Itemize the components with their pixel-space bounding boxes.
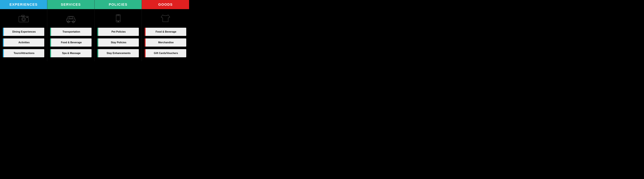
svg-point-4 xyxy=(27,17,28,18)
item-label: Stay Policies xyxy=(98,39,139,46)
list-item[interactable]: Pet Policies xyxy=(98,28,139,36)
item-label: Merchandise xyxy=(146,39,186,46)
item-label: Dining Experiences xyxy=(4,28,44,35)
list-item[interactable]: Spa & Massage xyxy=(50,49,92,57)
column-services: SERVICES TransportationFood & BeverageSp… xyxy=(47,0,94,61)
icon-shirt xyxy=(142,9,189,26)
header-services: SERVICES xyxy=(47,0,94,9)
items-list-goods: Food & BeverageMerchandiseGift Cards/Vou… xyxy=(142,26,189,61)
items-list-experiences: Dining ExperiencesActivitiesTours/Attrac… xyxy=(0,26,47,61)
header-experiences: EXPERIENCES xyxy=(0,0,47,9)
svg-point-6 xyxy=(68,21,69,23)
list-item[interactable]: Stay Policies xyxy=(98,38,139,47)
item-label: Activities xyxy=(4,39,44,46)
item-label: Pet Policies xyxy=(98,28,139,35)
column-goods: GOODS Food & BeverageMerchandiseGift Car… xyxy=(142,0,189,61)
svg-point-7 xyxy=(72,21,74,23)
item-label: Food & Beverage xyxy=(51,39,92,46)
list-item[interactable]: Food & Beverage xyxy=(145,28,186,36)
items-list-services: TransportationFood & BeverageSpa & Massa… xyxy=(47,26,94,61)
svg-point-1 xyxy=(22,17,26,21)
list-item[interactable]: Gift Cards/Vouchers xyxy=(145,49,186,57)
svg-point-2 xyxy=(22,18,25,20)
header-policies: POLICIES xyxy=(94,0,142,9)
list-item[interactable]: Merchandise xyxy=(145,38,186,47)
item-label: Food & Beverage xyxy=(146,28,186,35)
icon-car xyxy=(47,9,94,26)
list-item[interactable]: Stay Enhancements xyxy=(98,49,139,57)
list-item[interactable]: Activities xyxy=(3,38,44,47)
icon-phone xyxy=(94,9,142,26)
column-experiences: EXPERIENCES Dining ExperiencesActivities… xyxy=(0,0,47,61)
column-policies: POLICIES Pet PoliciesStay PoliciesStay E… xyxy=(94,0,142,61)
items-list-policies: Pet PoliciesStay PoliciesStay Enhancemen… xyxy=(94,26,142,61)
list-item[interactable]: Tours/Attractions xyxy=(3,49,44,57)
main-grid: EXPERIENCES Dining ExperiencesActivities… xyxy=(0,0,189,61)
list-item[interactable]: Transportation xyxy=(50,28,92,36)
svg-rect-8 xyxy=(69,17,73,18)
svg-point-12 xyxy=(118,21,118,22)
item-label: Tours/Attractions xyxy=(4,50,44,57)
list-item[interactable]: Dining Experiences xyxy=(3,28,44,36)
icon-camera xyxy=(0,9,47,26)
header-goods: GOODS xyxy=(142,0,189,9)
item-label: Transportation xyxy=(51,28,92,35)
item-label: Spa & Massage xyxy=(51,50,92,57)
item-label: Gift Cards/Vouchers xyxy=(146,50,186,57)
list-item[interactable]: Food & Beverage xyxy=(50,38,92,47)
item-label: Stay Enhancements xyxy=(98,50,139,57)
